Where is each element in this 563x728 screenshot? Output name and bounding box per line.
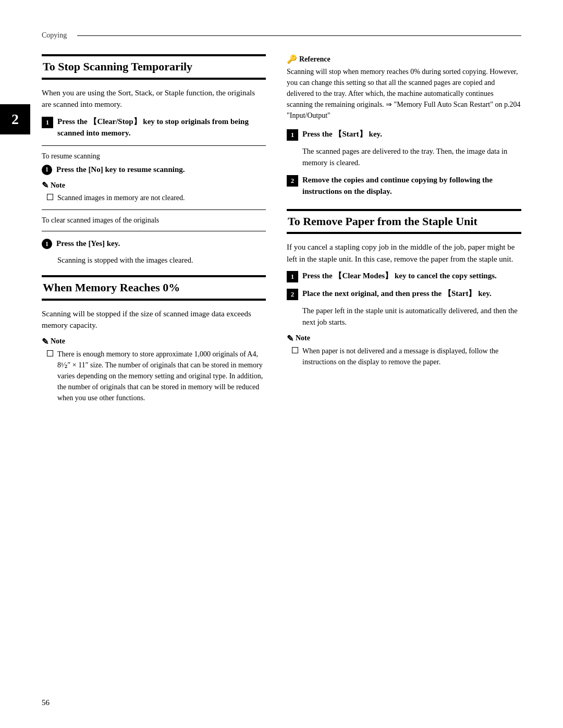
note-1: ✎ Note Scanned images in memory are not …: [42, 180, 266, 203]
section-stop-scanning: To Stop Scanning Temporarily When you ar…: [42, 54, 266, 266]
step-yes-key: 1 Press the [Yes] key.: [42, 238, 266, 250]
section-stop-scanning-intro: When you are using the Sort, Stack, or S…: [42, 87, 266, 110]
sub-label-clear: To clear scanned images of the originals: [42, 216, 266, 225]
main-content: To Stop Scanning Temporarily When you ar…: [42, 54, 521, 409]
section-memory-intro: Scanning will be stopped if the size of …: [42, 308, 266, 331]
step-right-2-text: Remove the copies and continue copying b…: [302, 174, 521, 198]
header-line: [77, 35, 521, 36]
checkbox-1: [47, 194, 53, 200]
step-yes-text: Press the [Yes] key.: [56, 238, 266, 250]
step-no-text: Press the [No] key to resume scanning.: [56, 164, 266, 176]
note-staple: ✎ Note When paper is not delivered and a…: [287, 334, 521, 367]
header-label: Copying: [42, 31, 67, 40]
checkbox-staple: [292, 347, 298, 353]
note-2-item-1: There is enough memory to store approxim…: [47, 349, 266, 403]
sub-label-resume: To resume scanning: [42, 152, 266, 161]
section-staple-intro: If you cancel a stapling copy job in the…: [287, 241, 521, 265]
reference-title: 🔑 Reference: [287, 54, 521, 64]
step-right-num-1: 1: [287, 129, 298, 141]
checkbox-2: [47, 350, 53, 356]
note-staple-title: ✎ Note: [287, 334, 521, 343]
step-staple-2-desc: The paper left in the staple unit is aut…: [302, 305, 521, 328]
note-staple-item-1: When paper is not delivered and a messag…: [292, 346, 521, 367]
step-num-1: 1: [42, 117, 53, 128]
step-right-num-2: 2: [287, 175, 298, 187]
reference-text: Scanning will stop when memory reaches 0…: [287, 66, 521, 121]
step-staple-1-text: Press the 【Clear Modes】 key to cancel th…: [302, 270, 521, 282]
step-1-clear-stop: 1 Press the 【Clear/Stop】 key to stop ori…: [42, 116, 266, 139]
step-no-key: 1 Press the [No] key to resume scanning.: [42, 164, 266, 176]
section-memory-reaches: When Memory Reaches 0% Scanning will be …: [42, 275, 266, 403]
reference-section: 🔑 Reference Scanning will stop when memo…: [287, 54, 521, 121]
step-staple-num-1: 1: [287, 271, 298, 282]
page-number: 56: [42, 698, 50, 707]
step-1-text: Press the 【Clear/Stop】 key to stop origi…: [57, 116, 266, 139]
step-yes-desc: Scanning is stopped with the images clea…: [57, 255, 266, 266]
step-right-1-text: Press the 【Start】 key.: [302, 128, 521, 140]
key-icon: 🔑: [287, 54, 297, 64]
step-right-1-desc: The scanned pages are delivered to the t…: [302, 146, 521, 169]
section-staple-title: To Remove Paper from the Staple Unit: [287, 209, 521, 235]
divider-2: [42, 209, 266, 210]
note-icon-1: ✎: [42, 180, 48, 190]
step-staple-2-text: Place the next original, and then press …: [302, 288, 521, 300]
note-icon-staple: ✎: [287, 334, 293, 343]
step-staple-2: 2 Place the next original, and then pres…: [287, 288, 521, 300]
divider-1: [42, 145, 266, 146]
page-header: Copying: [42, 31, 521, 40]
section-memory-title: When Memory Reaches 0%: [42, 275, 266, 301]
step-circle-no: 1: [42, 165, 52, 175]
step-staple-1: 1 Press the 【Clear Modes】 key to cancel …: [287, 270, 521, 282]
divider-3: [42, 231, 266, 231]
note-icon-2: ✎: [42, 337, 48, 347]
note-2: ✎ Note There is enough memory to store a…: [42, 337, 266, 403]
note-2-title: ✎ Note: [42, 337, 266, 347]
left-column: To Stop Scanning Temporarily When you ar…: [42, 54, 266, 409]
step-circle-yes: 1: [42, 239, 52, 249]
step-staple-num-2: 2: [287, 289, 298, 300]
section-staple-unit: To Remove Paper from the Staple Unit If …: [287, 209, 521, 367]
step-right-1: 1 Press the 【Start】 key.: [287, 128, 521, 141]
step-right-2: 2 Remove the copies and continue copying…: [287, 174, 521, 198]
note-1-title: ✎ Note: [42, 180, 266, 190]
section-stop-scanning-title: To Stop Scanning Temporarily: [42, 54, 266, 80]
note-1-item-1: Scanned images in memory are not cleared…: [47, 192, 266, 203]
right-column: 🔑 Reference Scanning will stop when memo…: [287, 54, 521, 409]
